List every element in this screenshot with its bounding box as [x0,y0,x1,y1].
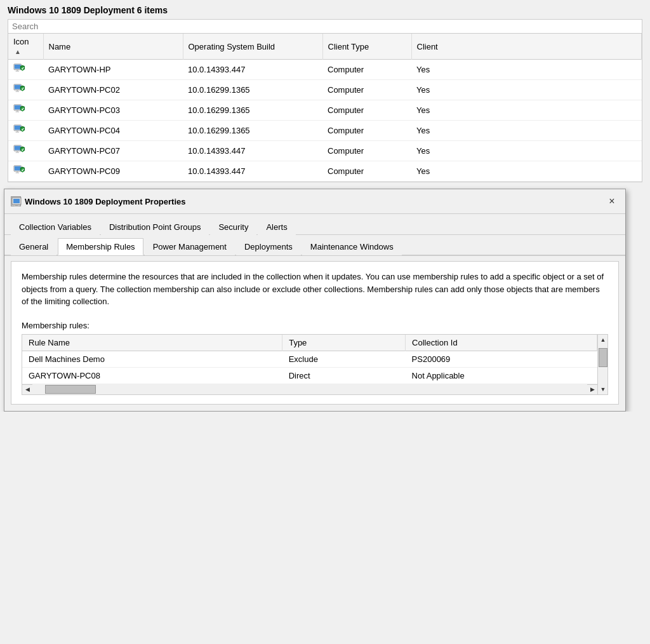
cell-client: Yes [411,100,642,121]
svg-rect-39 [14,206,19,206]
table-row[interactable]: GARYTOWN-PC04 10.0.16299.1365 Computer Y… [8,121,642,141]
svg-rect-2 [17,70,18,71]
svg-rect-31 [15,166,21,171]
svg-rect-27 [16,152,19,153]
h-scroll-track[interactable] [32,384,587,394]
cell-client-type: Computer [322,161,411,182]
cell-os: 10.0.14393.447 [183,161,322,182]
cell-name: GARYTOWN-PC09 [43,161,183,182]
modal-title-text: Windows 10 1809 Deployment Properties [25,197,185,206]
cell-icon [8,121,43,141]
rules-col-rule-name[interactable]: Rule Name [22,335,282,351]
table-row[interactable]: GARYTOWN-HP 10.0.14393.447 Computer Yes [8,60,642,80]
svg-rect-3 [16,71,19,72]
cell-collection-id: Not Applicable [406,367,597,384]
cell-rule-type: Direct [282,367,406,384]
table-row[interactable]: GARYTOWN-PC03 10.0.16299.1365 Computer Y… [8,100,642,121]
table-row[interactable]: GARYTOWN-PC02 10.0.16299.1365 Computer Y… [8,80,642,100]
tab-alerts[interactable]: Alerts [258,218,295,235]
cell-icon [8,141,43,161]
cell-os: 10.0.16299.1365 [183,80,322,100]
svg-rect-8 [17,90,18,91]
cell-icon [8,161,43,182]
cell-icon [8,60,43,80]
cell-rule-type: Exclude [282,351,406,367]
svg-rect-25 [15,146,21,151]
membership-rules-label: Membership rules: [22,321,608,330]
modal-title-icon [11,196,21,206]
tab-membership-rules[interactable]: Membership Rules [58,238,143,255]
tab-bar-top: Collection VariablesDistribution Point G… [4,214,625,235]
cell-os: 10.0.14393.447 [183,141,322,161]
cell-client-type: Computer [322,141,411,161]
scroll-left-button[interactable]: ◀ [22,384,32,394]
rules-col-collection-id[interactable]: Collection Id [406,335,597,351]
cell-client-type: Computer [322,60,411,80]
device-table: Icon ▲ Name Operating System Build Clien… [8,34,642,182]
cell-os: 10.0.14393.447 [183,60,322,80]
close-button[interactable]: × [605,194,619,208]
tab-general[interactable]: General [11,238,56,255]
svg-rect-9 [16,91,19,92]
cell-rule-name: Dell Machines Demo [22,351,282,367]
search-input[interactable] [8,19,642,34]
cell-icon [8,100,43,121]
col-name[interactable]: Name [43,34,183,60]
cell-client: Yes [411,161,642,182]
cell-name: GARYTOWN-PC03 [43,100,183,121]
rules-table-container: Rule NameTypeCollection Id Dell Machines… [22,334,608,395]
sort-arrow-icon: ▲ [15,48,21,55]
scroll-thumb[interactable] [599,348,607,367]
tab-distribution-point-groups[interactable]: Distribution Point Groups [101,218,209,235]
svg-rect-19 [15,126,21,130]
svg-rect-13 [15,105,21,110]
table-row[interactable]: GARYTOWN-PC09 10.0.14393.447 Computer Ye… [8,161,642,182]
svg-rect-20 [17,131,18,132]
col-client-type[interactable]: Client Type [322,34,411,60]
svg-rect-38 [15,205,18,206]
horizontal-scrollbar[interactable]: ◀ ▶ [22,384,597,394]
svg-rect-26 [17,151,18,152]
modal-titlebar: Windows 10 1809 Deployment Properties × [4,189,625,214]
cell-client: Yes [411,121,642,141]
tab-bar-bottom: GeneralMembership RulesPower ManagementD… [4,235,625,256]
tab-collection-variables[interactable]: Collection Variables [11,218,100,235]
cell-collection-id: PS200069 [406,351,597,367]
cell-client: Yes [411,80,642,100]
col-client[interactable]: Client [411,34,642,60]
cell-client-type: Computer [322,100,411,121]
cell-name: GARYTOWN-PC07 [43,141,183,161]
scroll-right-button[interactable]: ▶ [587,384,597,394]
col-os[interactable]: Operating System Build [183,34,322,60]
svg-rect-7 [15,85,21,90]
table-header-row: Icon ▲ Name Operating System Build Clien… [8,34,642,60]
table-row[interactable]: GARYTOWN-PC07 10.0.14393.447 Computer Ye… [8,141,642,161]
svg-rect-14 [17,111,18,112]
scroll-down-button[interactable]: ▼ [598,384,608,394]
rules-col-type[interactable]: Type [282,335,406,351]
cell-name: GARYTOWN-HP [43,60,183,80]
svg-rect-37 [13,199,20,203]
rules-table-row: Dell Machines Demo Exclude PS200069 [22,351,597,367]
top-panel-title: Windows 10 1809 Deployment 6 items [8,5,642,15]
svg-rect-15 [16,112,19,112]
h-scroll-thumb[interactable] [45,385,96,394]
modal-overlay: Windows 10 1809 Deployment Properties × … [0,189,650,412]
cell-os: 10.0.16299.1365 [183,100,322,121]
cell-os: 10.0.16299.1365 [183,121,322,141]
properties-dialog: Windows 10 1809 Deployment Properties × … [4,189,626,412]
top-panel: Windows 10 1809 Deployment 6 items Icon … [0,0,650,182]
svg-rect-33 [16,173,19,173]
cell-client: Yes [411,141,642,161]
tab-power-management[interactable]: Power Management [145,238,235,255]
tab-maintenance-windows[interactable]: Maintenance Windows [302,238,402,255]
cell-name: GARYTOWN-PC02 [43,80,183,100]
svg-rect-1 [15,65,21,69]
tab-deployments[interactable]: Deployments [236,238,301,255]
cell-client-type: Computer [322,80,411,100]
scroll-up-button[interactable]: ▲ [598,335,608,345]
col-icon[interactable]: Icon ▲ [8,34,43,60]
cell-name: GARYTOWN-PC04 [43,121,183,141]
cell-client: Yes [411,60,642,80]
tab-security[interactable]: Security [210,218,256,235]
